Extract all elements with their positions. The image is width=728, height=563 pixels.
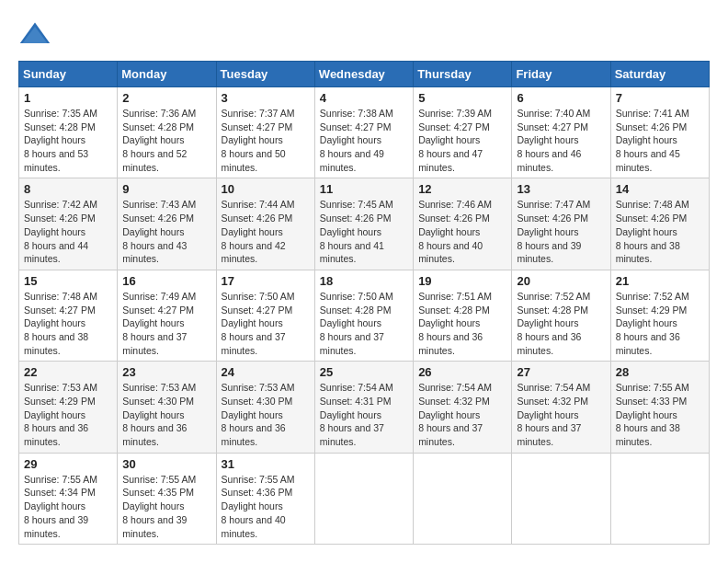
calendar-cell: 2 Sunrise: 7:36 AMSunset: 4:28 PMDayligh…	[118, 87, 216, 178]
logo-icon	[18, 18, 51, 52]
day-number: 3	[222, 91, 310, 105]
day-number: 12	[418, 182, 506, 196]
day-number: 7	[616, 91, 704, 105]
day-info: Sunrise: 7:53 AMSunset: 4:30 PMDaylight …	[122, 382, 196, 447]
calendar-cell	[414, 453, 512, 544]
calendar-cell: 21 Sunrise: 7:52 AMSunset: 4:29 PMDaylig…	[610, 270, 709, 361]
calendar-cell: 6 Sunrise: 7:40 AMSunset: 4:27 PMDayligh…	[512, 87, 610, 178]
calendar-cell: 12 Sunrise: 7:46 AMSunset: 4:26 PMDaylig…	[414, 178, 512, 270]
calendar-cell: 1 Sunrise: 7:35 AMSunset: 4:28 PMDayligh…	[19, 87, 118, 178]
calendar-body: 1 Sunrise: 7:35 AMSunset: 4:28 PMDayligh…	[19, 87, 710, 545]
day-number: 9	[122, 182, 210, 196]
day-number: 31	[222, 457, 310, 471]
calendar-cell	[610, 453, 709, 544]
day-info: Sunrise: 7:54 AMSunset: 4:32 PMDaylight …	[418, 382, 492, 447]
day-info: Sunrise: 7:50 AMSunset: 4:27 PMDaylight …	[222, 291, 295, 356]
calendar-cell: 11 Sunrise: 7:45 AMSunset: 4:26 PMDaylig…	[314, 178, 413, 270]
calendar-week-row: 8 Sunrise: 7:42 AMSunset: 4:26 PMDayligh…	[19, 178, 710, 270]
day-info: Sunrise: 7:44 AMSunset: 4:26 PMDaylight …	[222, 199, 295, 264]
day-info: Sunrise: 7:53 AMSunset: 4:29 PMDaylight …	[24, 382, 97, 447]
day-number: 19	[418, 274, 506, 288]
calendar-header-wednesday: Wednesday	[314, 62, 413, 87]
day-number: 22	[24, 365, 112, 379]
calendar-cell: 24 Sunrise: 7:53 AMSunset: 4:30 PMDaylig…	[216, 362, 314, 453]
calendar-cell: 5 Sunrise: 7:39 AMSunset: 4:27 PMDayligh…	[414, 87, 512, 178]
calendar-week-row: 15 Sunrise: 7:48 AMSunset: 4:27 PMDaylig…	[19, 270, 710, 361]
day-info: Sunrise: 7:42 AMSunset: 4:26 PMDaylight …	[24, 199, 97, 264]
day-info: Sunrise: 7:41 AMSunset: 4:26 PMDaylight …	[616, 108, 689, 173]
calendar-cell: 9 Sunrise: 7:43 AMSunset: 4:26 PMDayligh…	[118, 178, 216, 270]
calendar-table: SundayMondayTuesdayWednesdayThursdayFrid…	[18, 61, 710, 545]
day-info: Sunrise: 7:48 AMSunset: 4:26 PMDaylight …	[616, 199, 689, 264]
calendar-header-sunday: Sunday	[19, 62, 118, 87]
calendar-week-row: 1 Sunrise: 7:35 AMSunset: 4:28 PMDayligh…	[19, 87, 710, 178]
day-info: Sunrise: 7:36 AMSunset: 4:28 PMDaylight …	[122, 108, 196, 173]
day-number: 16	[122, 274, 210, 288]
day-number: 27	[517, 365, 605, 379]
calendar-header-monday: Monday	[118, 62, 216, 87]
calendar-cell: 16 Sunrise: 7:49 AMSunset: 4:27 PMDaylig…	[118, 270, 216, 361]
calendar-week-row: 22 Sunrise: 7:53 AMSunset: 4:29 PMDaylig…	[19, 362, 710, 453]
day-number: 10	[222, 182, 310, 196]
page-header	[18, 18, 710, 52]
calendar-cell: 15 Sunrise: 7:48 AMSunset: 4:27 PMDaylig…	[19, 270, 118, 361]
calendar-cell: 30 Sunrise: 7:55 AMSunset: 4:35 PMDaylig…	[118, 453, 216, 544]
day-info: Sunrise: 7:48 AMSunset: 4:27 PMDaylight …	[24, 291, 97, 356]
calendar-cell: 13 Sunrise: 7:47 AMSunset: 4:26 PMDaylig…	[512, 178, 610, 270]
calendar-week-row: 29 Sunrise: 7:55 AMSunset: 4:34 PMDaylig…	[19, 453, 710, 544]
calendar-header-row: SundayMondayTuesdayWednesdayThursdayFrid…	[19, 62, 710, 87]
calendar-cell: 3 Sunrise: 7:37 AMSunset: 4:27 PMDayligh…	[216, 87, 314, 178]
day-info: Sunrise: 7:35 AMSunset: 4:28 PMDaylight …	[24, 108, 97, 173]
calendar-cell: 31 Sunrise: 7:55 AMSunset: 4:36 PMDaylig…	[216, 453, 314, 544]
day-number: 25	[320, 365, 408, 379]
calendar-cell	[314, 453, 413, 544]
calendar-cell: 28 Sunrise: 7:55 AMSunset: 4:33 PMDaylig…	[610, 362, 709, 453]
day-info: Sunrise: 7:37 AMSunset: 4:27 PMDaylight …	[222, 108, 295, 173]
day-number: 30	[122, 457, 210, 471]
day-number: 26	[418, 365, 506, 379]
calendar-cell: 4 Sunrise: 7:38 AMSunset: 4:27 PMDayligh…	[314, 87, 413, 178]
day-info: Sunrise: 7:45 AMSunset: 4:26 PMDaylight …	[320, 199, 393, 264]
day-number: 20	[517, 274, 605, 288]
calendar-cell: 14 Sunrise: 7:48 AMSunset: 4:26 PMDaylig…	[610, 178, 709, 270]
logo	[18, 18, 57, 52]
day-number: 5	[418, 91, 506, 105]
day-info: Sunrise: 7:53 AMSunset: 4:30 PMDaylight …	[222, 382, 295, 447]
day-number: 29	[24, 457, 112, 471]
calendar-cell: 26 Sunrise: 7:54 AMSunset: 4:32 PMDaylig…	[414, 362, 512, 453]
day-info: Sunrise: 7:55 AMSunset: 4:34 PMDaylight …	[24, 474, 97, 539]
day-info: Sunrise: 7:52 AMSunset: 4:29 PMDaylight …	[616, 291, 689, 356]
day-info: Sunrise: 7:49 AMSunset: 4:27 PMDaylight …	[122, 291, 196, 356]
day-number: 1	[24, 91, 112, 105]
calendar-cell: 7 Sunrise: 7:41 AMSunset: 4:26 PMDayligh…	[610, 87, 709, 178]
day-number: 15	[24, 274, 112, 288]
day-number: 13	[517, 182, 605, 196]
calendar-cell: 17 Sunrise: 7:50 AMSunset: 4:27 PMDaylig…	[216, 270, 314, 361]
day-info: Sunrise: 7:55 AMSunset: 4:33 PMDaylight …	[616, 382, 689, 447]
day-info: Sunrise: 7:50 AMSunset: 4:28 PMDaylight …	[320, 291, 393, 356]
day-number: 6	[517, 91, 605, 105]
calendar-cell: 29 Sunrise: 7:55 AMSunset: 4:34 PMDaylig…	[19, 453, 118, 544]
day-number: 4	[320, 91, 408, 105]
calendar-header-thursday: Thursday	[414, 62, 512, 87]
day-info: Sunrise: 7:54 AMSunset: 4:32 PMDaylight …	[517, 382, 590, 447]
day-info: Sunrise: 7:55 AMSunset: 4:36 PMDaylight …	[222, 474, 295, 539]
calendar-cell: 22 Sunrise: 7:53 AMSunset: 4:29 PMDaylig…	[19, 362, 118, 453]
calendar-cell: 27 Sunrise: 7:54 AMSunset: 4:32 PMDaylig…	[512, 362, 610, 453]
calendar-header-saturday: Saturday	[610, 62, 709, 87]
day-info: Sunrise: 7:38 AMSunset: 4:27 PMDaylight …	[320, 108, 393, 173]
day-number: 11	[320, 182, 408, 196]
day-info: Sunrise: 7:43 AMSunset: 4:26 PMDaylight …	[122, 199, 196, 264]
day-number: 28	[616, 365, 704, 379]
calendar-cell: 10 Sunrise: 7:44 AMSunset: 4:26 PMDaylig…	[216, 178, 314, 270]
day-number: 8	[24, 182, 112, 196]
day-info: Sunrise: 7:39 AMSunset: 4:27 PMDaylight …	[418, 108, 492, 173]
day-info: Sunrise: 7:52 AMSunset: 4:28 PMDaylight …	[517, 291, 590, 356]
day-info: Sunrise: 7:51 AMSunset: 4:28 PMDaylight …	[418, 291, 492, 356]
day-info: Sunrise: 7:46 AMSunset: 4:26 PMDaylight …	[418, 199, 492, 264]
day-info: Sunrise: 7:47 AMSunset: 4:26 PMDaylight …	[517, 199, 590, 264]
day-number: 24	[222, 365, 310, 379]
day-number: 21	[616, 274, 704, 288]
day-number: 18	[320, 274, 408, 288]
day-info: Sunrise: 7:40 AMSunset: 4:27 PMDaylight …	[517, 108, 590, 173]
